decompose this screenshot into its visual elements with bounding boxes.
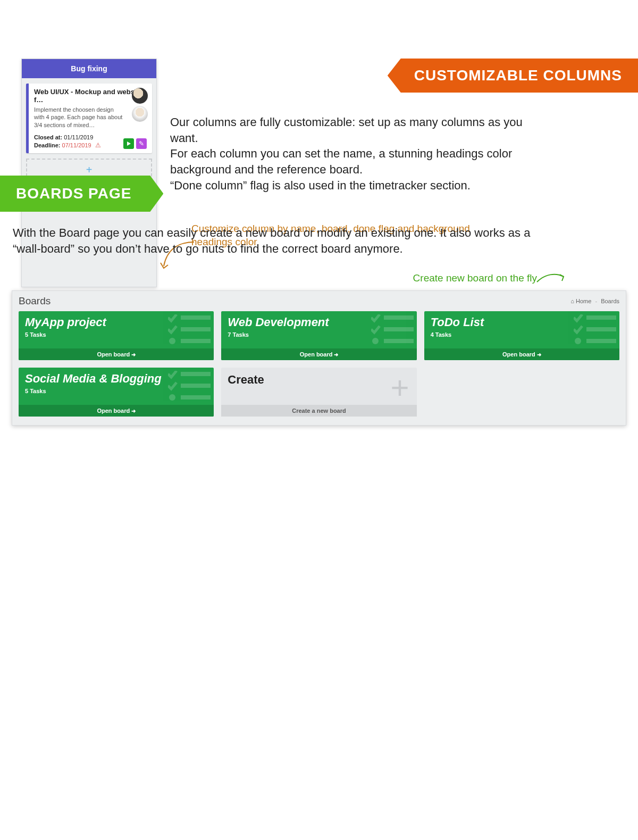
- checklist-icon: [371, 314, 414, 346]
- play-button[interactable]: [123, 138, 134, 149]
- svg-rect-15: [181, 395, 211, 400]
- column-header[interactable]: Bug fixing: [22, 59, 156, 78]
- svg-rect-5: [384, 327, 414, 331]
- avatar: [132, 88, 148, 104]
- dashboard-icon: ⌂: [570, 298, 574, 304]
- breadcrumb: ⌂ Home - Boards: [570, 298, 619, 304]
- badge-text: CUSTOMIZABLE COLUMNS: [414, 67, 622, 84]
- boards-title: Boards: [19, 295, 51, 307]
- section-badge-customizable-columns: CUSTOMIZABLE COLUMNS: [388, 59, 638, 93]
- edit-button[interactable]: ✎: [136, 138, 147, 149]
- arrow-right-icon: [130, 351, 136, 357]
- create-footer-label: Create a new board: [292, 407, 346, 414]
- create-board-card[interactable]: + Create Create a new board: [221, 368, 416, 417]
- svg-rect-1: [181, 327, 211, 331]
- arrow-icon: [534, 271, 566, 287]
- svg-rect-4: [384, 315, 414, 320]
- checklist-icon: [168, 371, 211, 403]
- task-actions: ✎: [123, 138, 147, 149]
- breadcrumb-home[interactable]: Home: [576, 298, 591, 304]
- svg-rect-3: [181, 339, 211, 343]
- closed-value: 01/11/2019: [64, 134, 93, 140]
- arrow-right-icon: [130, 407, 136, 414]
- open-board-label: Open board: [97, 407, 130, 414]
- checklist-icon: [574, 314, 616, 346]
- arrow-right-icon: [535, 351, 541, 357]
- breadcrumb-separator: -: [595, 298, 597, 304]
- board-grid: MyApp project 5 Tasks Open board Web Dev…: [19, 311, 619, 417]
- arrow-right-icon: [332, 351, 338, 357]
- open-board-button[interactable]: Open board: [19, 405, 214, 417]
- task-avatars: [132, 88, 148, 124]
- deadline-label: Deadline:: [34, 142, 61, 148]
- customizable-columns-section: CUSTOMIZABLE COLUMNS Bug fixing Web UI/U…: [0, 0, 638, 154]
- svg-rect-13: [181, 384, 211, 388]
- svg-rect-8: [586, 315, 616, 320]
- svg-point-14: [169, 394, 175, 401]
- svg-rect-7: [384, 339, 414, 343]
- board-card[interactable]: ToDo List 4 Tasks Open board: [424, 311, 619, 360]
- warning-icon: ⚠: [95, 142, 101, 149]
- svg-point-2: [169, 338, 175, 344]
- create-title: Create: [228, 373, 410, 387]
- open-board-label: Open board: [300, 351, 333, 357]
- open-board-button[interactable]: Open board: [424, 348, 619, 360]
- task-description: Implement the choosen design with 4 page…: [34, 106, 124, 129]
- svg-rect-12: [181, 372, 211, 376]
- svg-point-10: [575, 338, 581, 344]
- open-board-button[interactable]: Open board: [19, 348, 214, 360]
- column-title: Bug fixing: [71, 64, 107, 73]
- section2-paragraph: With the Board page you can easily creat…: [13, 225, 544, 256]
- svg-rect-11: [586, 339, 616, 343]
- section-badge-boards-page: BOARDS PAGE: [0, 176, 163, 212]
- breadcrumb-current: Boards: [601, 298, 619, 304]
- plus-icon: +: [391, 372, 409, 404]
- open-board-button[interactable]: Open board: [221, 348, 416, 360]
- section2-caption: Create new board on the fly: [0, 272, 537, 284]
- boards-panel: Boards ⌂ Home - Boards MyApp project 5 T…: [12, 290, 626, 426]
- board-card[interactable]: Web Development 7 Tasks Open board: [221, 311, 416, 360]
- board-card[interactable]: MyApp project 5 Tasks Open board: [19, 311, 214, 360]
- board-card[interactable]: Social Media & Blogging 5 Tasks Open boa…: [19, 368, 214, 417]
- boards-header: Boards ⌂ Home - Boards: [19, 295, 619, 307]
- checklist-icon: [168, 314, 211, 346]
- svg-rect-9: [586, 327, 616, 331]
- task-title: Web UI/UX - Mockup and website f…: [34, 88, 147, 104]
- task-card[interactable]: Web UI/UX - Mockup and website f… Implem…: [26, 84, 152, 153]
- open-board-label: Open board: [97, 351, 130, 357]
- deadline-value: 07/11/2019: [62, 142, 91, 148]
- open-board-label: Open board: [502, 351, 535, 357]
- svg-point-6: [372, 338, 379, 344]
- avatar: [132, 106, 148, 122]
- create-board-button[interactable]: Create a new board: [221, 405, 416, 417]
- svg-rect-0: [181, 315, 211, 320]
- boards-page-section: BOARDS PAGE With the Board page you can …: [0, 154, 638, 426]
- badge-text: BOARDS PAGE: [16, 185, 131, 202]
- closed-label: Closed at:: [34, 134, 62, 140]
